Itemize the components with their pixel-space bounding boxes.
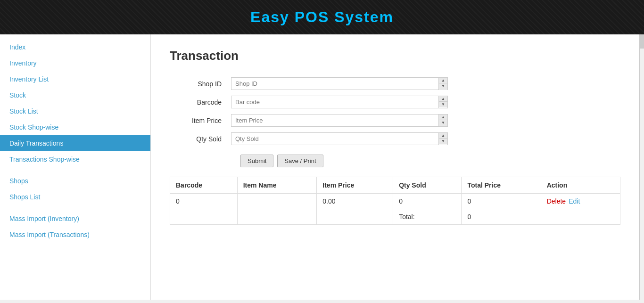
sidebar-item-shops[interactable]: Shops [0, 173, 150, 189]
cell-item-price: 0.00 [317, 194, 393, 209]
barcode-row: Barcode ▲ ▼ [170, 96, 620, 108]
table-body: 00.0000DeleteEditTotal:0 [170, 194, 620, 225]
sidebar-item-daily-transactions[interactable]: Daily Transactions [0, 135, 150, 151]
col-total-price: Total Price [462, 177, 541, 194]
cell-qty-sold: 0 [393, 194, 462, 209]
delete-link[interactable]: Delete [547, 197, 566, 205]
qty-sold-input[interactable] [231, 133, 438, 145]
scrollbar-thumb[interactable] [640, 34, 644, 49]
transactions-table: BarcodeItem NameItem PriceQty SoldTotal … [170, 177, 620, 225]
qty-sold-down-btn[interactable]: ▼ [439, 139, 447, 144]
sidebar-item-stock[interactable]: Stock [0, 87, 150, 103]
table-row: 00.0000DeleteEdit [170, 194, 620, 209]
sidebar-item-transactions-shop-wise[interactable]: Transactions Shop-wise [0, 151, 150, 167]
total-label: Total: [393, 209, 462, 225]
sidebar-item-stock-list[interactable]: Stock List [0, 103, 150, 119]
barcode-input[interactable] [231, 96, 438, 108]
shop-id-row: Shop ID ▲ ▼ [170, 77, 620, 90]
total-row: Total:0 [170, 209, 620, 225]
total-value: 0 [462, 209, 541, 225]
main-content: Transaction Shop ID ▲ ▼ Barcode [151, 34, 639, 300]
sidebar-item-mass-import-inventory[interactable]: Mass Import (Inventory) [0, 211, 150, 227]
item-price-up-btn[interactable]: ▲ [439, 115, 447, 120]
cell-action: DeleteEdit [541, 194, 620, 209]
col-action: Action [541, 177, 620, 194]
sidebar-item-mass-import-transactions[interactable]: Mass Import (Transactions) [0, 227, 150, 243]
qty-sold-label: Qty Sold [170, 135, 231, 143]
col-qty-sold: Qty Sold [393, 177, 462, 194]
scrollbar-track[interactable] [639, 34, 644, 300]
sidebar-item-shops-list[interactable]: Shops List [0, 189, 150, 205]
item-price-down-btn[interactable]: ▼ [439, 120, 447, 126]
shop-id-up-btn[interactable]: ▲ [439, 78, 447, 83]
table-header: BarcodeItem NameItem PriceQty SoldTotal … [170, 177, 620, 194]
sidebar: IndexInventoryInventory ListStockStock L… [0, 34, 151, 300]
table-header-row: BarcodeItem NameItem PriceQty SoldTotal … [170, 177, 620, 194]
barcode-up-btn[interactable]: ▲ [439, 96, 447, 102]
submit-button[interactable]: Submit [240, 155, 273, 167]
shop-id-spinner: ▲ ▼ [231, 77, 448, 90]
sidebar-item-inventory-list[interactable]: Inventory List [0, 71, 150, 87]
total-action-empty [541, 209, 620, 225]
barcode-down-btn[interactable]: ▼ [439, 102, 447, 107]
total-empty-cell [237, 209, 317, 225]
form-buttons: Submit Save / Print [240, 155, 620, 167]
sidebar-item-index[interactable]: Index [0, 39, 150, 55]
shop-id-spinner-buttons: ▲ ▼ [438, 78, 447, 90]
item-price-input[interactable] [231, 115, 438, 126]
cell-total-price: 0 [462, 194, 541, 209]
cell-barcode: 0 [170, 194, 238, 209]
qty-sold-up-btn[interactable]: ▲ [439, 133, 447, 139]
item-price-spinner-buttons: ▲ ▼ [438, 115, 447, 126]
barcode-spinner-buttons: ▲ ▼ [438, 96, 447, 108]
cell-item-name [237, 194, 317, 209]
shop-id-label: Shop ID [170, 80, 231, 88]
col-item-price: Item Price [317, 177, 393, 194]
total-empty-cell [317, 209, 393, 225]
sidebar-item-inventory[interactable]: Inventory [0, 55, 150, 71]
col-item-name: Item Name [237, 177, 317, 194]
total-empty-cell [170, 209, 238, 225]
qty-sold-row: Qty Sold ▲ ▼ [170, 132, 620, 145]
shop-id-down-btn[interactable]: ▼ [439, 83, 447, 89]
page-title: Transaction [170, 49, 620, 63]
barcode-spinner: ▲ ▼ [231, 96, 448, 108]
item-price-spinner: ▲ ▼ [231, 114, 448, 127]
app-header: Easy POS System [0, 0, 644, 34]
save-print-button[interactable]: Save / Print [277, 155, 323, 167]
app-title: Easy POS System [0, 8, 644, 26]
col-barcode: Barcode [170, 177, 238, 194]
transaction-form: Shop ID ▲ ▼ Barcode ▲ ▼ [170, 77, 620, 145]
item-price-label: Item Price [170, 117, 231, 124]
qty-sold-spinner: ▲ ▼ [231, 132, 448, 145]
sidebar-item-stock-shop-wise[interactable]: Stock Shop-wise [0, 119, 150, 135]
item-price-row: Item Price ▲ ▼ [170, 114, 620, 127]
edit-link[interactable]: Edit [569, 197, 580, 205]
shop-id-input[interactable] [231, 78, 438, 90]
qty-sold-spinner-buttons: ▲ ▼ [438, 133, 447, 145]
barcode-label: Barcode [170, 98, 231, 106]
